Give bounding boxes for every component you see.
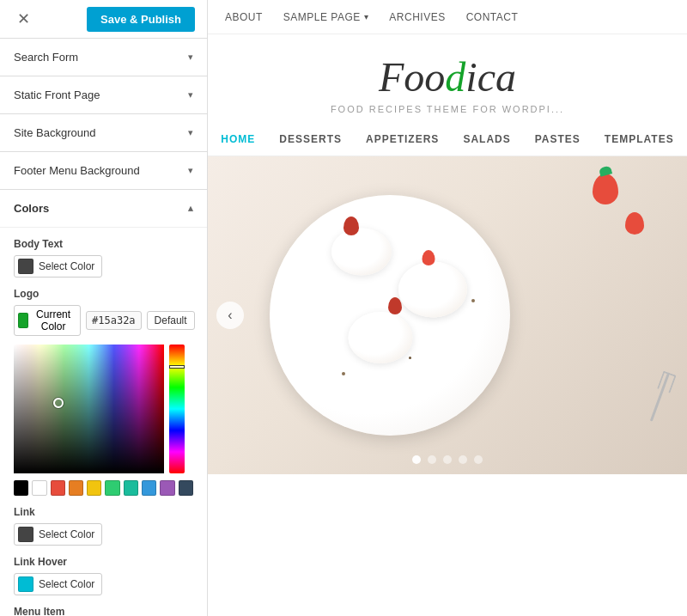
topnav-contact[interactable]: CONTACT [466, 11, 519, 23]
main-nav-home[interactable]: HOME [221, 133, 255, 145]
main-nav-desserts[interactable]: DESSERTS [279, 133, 342, 145]
logo-swatch [18, 313, 28, 328]
link-label: Link [14, 506, 193, 518]
chevron-down-icon: ▾ [188, 165, 193, 176]
accordion-search-form: Search Form ▾ [0, 39, 207, 76]
puff-2 [398, 262, 467, 318]
strawberry-3 [388, 297, 402, 314]
logo-ood: oo [404, 54, 445, 100]
strawberry-loose-2 [625, 212, 644, 235]
customizer-panel: ✕ Save & Publish Search Form ▾ Static Fr… [0, 0, 208, 616]
panel-header: ✕ Save & Publish [0, 0, 207, 39]
topnav-sample-page[interactable]: SAMPLE PAGE [283, 11, 368, 23]
site-hero: Foodica FOOD RECIPES THEME FOR WORDPI... [208, 34, 687, 123]
preset-swatch-green[interactable] [105, 480, 119, 496]
color-gradient-area[interactable] [14, 345, 164, 473]
accordion-site-background: Site Background ▾ [0, 114, 207, 152]
colors-content: Body Text Select Color Logo Current Colo… [0, 227, 207, 616]
accordion-footer-menu-background-header[interactable]: Footer Menu Background ▾ [0, 152, 207, 189]
body-text-color-row: Select Color [14, 255, 193, 278]
slider-dot-5[interactable] [474, 455, 483, 464]
logo-hex-value: #15a32a [86, 311, 142, 330]
preset-swatch-yellow[interactable] [87, 480, 101, 496]
accordion-footer-menu-background-label: Footer Menu Background [14, 164, 140, 177]
puff-3 [348, 312, 412, 363]
close-button[interactable]: ✕ [12, 8, 35, 30]
main-nav: HOME DESSERTS APPETIZERS SALADS PASTES T… [208, 123, 687, 156]
hero-image-area: ‹ [208, 156, 687, 474]
chevron-down-icon: ▾ [188, 127, 193, 138]
logo-current-label: Current Color [33, 308, 73, 332]
logo-default-button[interactable]: Default [147, 311, 195, 330]
main-nav-templates[interactable]: TEMPLATES [605, 133, 674, 145]
accordion-search-form-header[interactable]: Search Form ▾ [0, 39, 207, 76]
hue-slider[interactable] [169, 345, 185, 473]
picker-row [14, 345, 193, 473]
preset-swatch-white[interactable] [32, 480, 46, 496]
link-swatch [18, 527, 33, 542]
logo-f: F [379, 54, 404, 100]
accordion-colors-header[interactable]: Colors ▴ [0, 190, 207, 227]
accordion-site-background-label: Site Background [14, 126, 95, 139]
accordion-colors: Colors ▴ Body Text Select Color Logo Cur… [0, 190, 207, 616]
logo-color-row: Current Color #15a32a Default [14, 305, 193, 336]
body-text-select-label: Select Color [39, 260, 94, 272]
link-hover-label: Link Hover [14, 556, 193, 568]
accordion-static-front-page: Static Front Page ▾ [0, 76, 207, 114]
link-select-color-button[interactable]: Select Color [14, 523, 102, 546]
slider-dot-1[interactable] [412, 455, 421, 464]
chevron-down-icon: ▾ [188, 89, 193, 101]
accordion-site-background-header[interactable]: Site Background ▾ [0, 114, 207, 151]
menu-item-label: Menu Item [14, 606, 193, 616]
preset-swatch-teal[interactable] [124, 480, 138, 496]
link-color-row: Select Color [14, 523, 193, 546]
main-nav-salads[interactable]: SALADS [463, 133, 510, 145]
slider-dot-2[interactable] [428, 455, 436, 464]
preview-panel: ABOUT SAMPLE PAGE ARCHIVES CONTACT Foodi… [208, 0, 687, 616]
accordion-static-front-page-header[interactable]: Static Front Page ▾ [0, 76, 207, 113]
logo-current-color-button[interactable]: Current Color [14, 305, 81, 336]
strawberry-loose [593, 174, 618, 204]
food-photo [208, 156, 687, 474]
body-text-select-color-button[interactable]: Select Color [14, 255, 102, 278]
top-nav: ABOUT SAMPLE PAGE ARCHIVES CONTACT [208, 0, 687, 34]
body-text-swatch [18, 259, 33, 274]
chevron-up-icon: ▴ [188, 203, 193, 214]
preset-swatch-black[interactable] [14, 480, 28, 496]
preset-swatch-dark[interactable] [179, 480, 193, 496]
link-hover-color-row: Select Color [14, 573, 193, 595]
site-logo: Foodica [225, 55, 670, 101]
site-preview: Foodica FOOD RECIPES THEME FOR WORDPI...… [208, 34, 687, 616]
preset-swatch-orange[interactable] [69, 480, 83, 496]
strawberry-2 [422, 250, 435, 265]
hue-handle [169, 365, 185, 369]
color-crosshair [53, 398, 64, 408]
logo-d: d [445, 54, 465, 100]
slider-dot-3[interactable] [443, 455, 452, 464]
slider-prev-button[interactable]: ‹ [216, 302, 244, 329]
preset-swatch-red[interactable] [51, 480, 65, 496]
accordion-footer-menu-background: Footer Menu Background ▾ [0, 152, 207, 190]
color-picker[interactable] [14, 345, 193, 496]
body-text-label: Body Text [14, 238, 193, 250]
save-publish-button[interactable]: Save & Publish [87, 7, 195, 32]
topnav-archives[interactable]: ARCHIVES [389, 11, 445, 23]
topnav-about[interactable]: ABOUT [225, 11, 263, 23]
accordion-static-front-page-label: Static Front Page [14, 88, 100, 101]
site-tagline: FOOD RECIPES THEME FOR WORDPI... [225, 104, 670, 114]
preset-swatch-purple[interactable] [160, 480, 174, 496]
color-presets-row [14, 480, 193, 496]
chevron-down-icon: ▾ [188, 52, 193, 63]
accordion-colors-label: Colors [14, 202, 49, 215]
strawberry-1 [344, 217, 359, 235]
slider-dots [412, 455, 483, 464]
main-nav-appetizers[interactable]: APPETIZERS [366, 133, 439, 145]
main-nav-pastes[interactable]: PASTES [535, 133, 581, 145]
logo-label: Logo [14, 288, 193, 300]
preset-swatch-blue[interactable] [142, 480, 156, 496]
puff-1 [331, 228, 392, 275]
slider-dot-4[interactable] [459, 455, 467, 464]
link-hover-swatch [18, 576, 33, 592]
link-hover-select-color-button[interactable]: Select Color [14, 573, 102, 595]
logo-ica: ica [465, 54, 516, 100]
